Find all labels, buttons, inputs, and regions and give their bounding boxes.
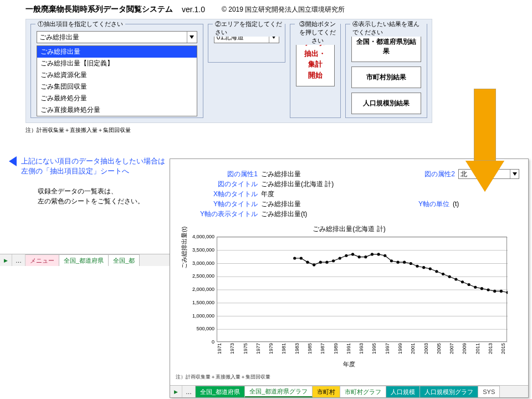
list-item[interactable]: ごみ経費（歳入） <box>37 116 197 116</box>
svg-point-29 <box>422 266 425 269</box>
meta-label: 図の属性1 <box>183 170 261 179</box>
attr2-value: 北 <box>459 170 510 179</box>
tab-national-pref[interactable]: 全国_都道府県 <box>196 386 245 397</box>
meta-value: ごみ総排出量 <box>261 200 372 209</box>
item-combobox-value: ごみ総排出量 <box>37 33 187 42</box>
panel-legend: ④表示したい結果を選んでください <box>350 20 427 37</box>
chart-xtick: 1991 <box>346 343 351 354</box>
panel-select-item: ①抽出項目を指定してください ごみ総排出量 ごみ総排出量 ごみ総排出量【旧定義】… <box>30 24 203 118</box>
svg-point-21 <box>371 253 374 255</box>
svg-point-36 <box>468 283 470 286</box>
chart-xtick: 2005 <box>436 343 442 354</box>
svg-point-15 <box>332 259 335 262</box>
app-name: 一般廃棄物長期時系列データ閲覧システム <box>25 4 173 14</box>
control-stage: ①抽出項目を指定してください ごみ総排出量 ごみ総排出量 ごみ総排出量【旧定義】… <box>25 19 432 123</box>
svg-point-23 <box>383 254 386 257</box>
svg-point-25 <box>396 261 399 264</box>
chart-ytick: 4,000,000 <box>183 234 214 239</box>
svg-point-28 <box>416 265 418 268</box>
meta-label: Y軸の単位 <box>372 200 453 209</box>
chart-xtick: 1973 <box>229 343 235 354</box>
svg-point-40 <box>493 290 496 293</box>
list-item[interactable]: ごみ直接最終処分量 <box>37 104 197 116</box>
chart-series <box>217 237 508 342</box>
chart-xtick: 1993 <box>359 343 364 354</box>
chart-xtick: 2009 <box>462 343 467 354</box>
list-item[interactable]: ごみ集団回収量 <box>37 81 197 93</box>
svg-point-14 <box>325 261 328 264</box>
sheet-tabs-front: ▶ … 全国_都道府県 全国_都道府県グラフ 市町村 市町村グラフ 人口規模 人… <box>170 385 528 397</box>
footnote: 注）計画収集量＋直接搬入量＋集団回収量 <box>176 374 270 381</box>
chart-xlabel: 年度 <box>180 360 518 369</box>
chart-ytick: 1,500,000 <box>183 300 214 305</box>
svg-point-37 <box>474 286 477 289</box>
tab-national-2[interactable]: 全国_都 <box>109 254 140 266</box>
chevron-down-icon[interactable] <box>510 170 519 178</box>
meta-value: ごみ総排出量(北海道 計) <box>261 180 372 189</box>
svg-point-26 <box>403 261 406 264</box>
meta-label: X軸のタイトル <box>183 190 261 199</box>
meta-value: 年度 <box>261 190 372 199</box>
svg-point-30 <box>429 267 432 270</box>
tab-nav[interactable]: ▶ <box>170 386 182 397</box>
tab-overflow[interactable]: … <box>12 254 25 266</box>
svg-point-9 <box>293 257 296 259</box>
chart-window: 図の属性1 ごみ総排出量 図の属性2 北 図のタイトル ごみ総排出量(北海道 計… <box>170 158 529 398</box>
chart-xtick: 2015 <box>500 343 506 354</box>
tab-population[interactable]: 人口規模 <box>386 386 420 397</box>
footnote: 注）計画収集量＋直接搬入量＋集団回収量 <box>25 126 432 134</box>
title-bar: 一般廃棄物長期時系列データ閲覧システム ver.1.0 © 2019 国立研究開… <box>0 0 449 16</box>
tab-municipal[interactable]: 市町村 <box>313 386 340 397</box>
chart-xtick: 1995 <box>371 343 377 354</box>
meta-value: (t) <box>453 200 519 208</box>
svg-point-41 <box>500 290 503 293</box>
chart-xtick: 2011 <box>475 343 480 354</box>
svg-point-39 <box>487 288 489 291</box>
chart-ytick: 3,000,000 <box>183 260 214 266</box>
panel-select-area: ②エリアを指定してください 01北海道 <box>208 24 285 63</box>
chart-xtick: 1997 <box>385 343 390 354</box>
panel-start: ③開始ボタンを押してください データ 抽出・ 集計 開始 <box>290 24 341 118</box>
list-item[interactable]: ごみ総排出量 <box>37 46 197 58</box>
chevron-down-icon[interactable] <box>187 32 197 43</box>
result-municipal-button[interactable]: 市町村別結果 <box>351 66 421 88</box>
item-listbox[interactable]: ごみ総排出量 ごみ総排出量【旧定義】 ごみ総資源化量 ごみ集団回収量 ごみ最終処… <box>37 45 197 116</box>
svg-point-11 <box>306 261 309 264</box>
svg-point-42 <box>506 291 508 294</box>
tab-population-graph[interactable]: 人口規模別グラフ <box>420 386 478 397</box>
panel-legend: ②エリアを指定してください <box>213 20 285 37</box>
svg-point-34 <box>454 278 457 280</box>
chart-ytick: 500,000 <box>183 326 214 331</box>
list-item[interactable]: ごみ最終処分量 <box>37 93 197 104</box>
chart-ytick: 1,000,000 <box>183 313 214 319</box>
chart-title: ごみ総排出量(北海道 計) <box>180 224 518 234</box>
tab-overflow[interactable]: … <box>182 386 196 397</box>
list-item[interactable]: ごみ総資源化量 <box>37 69 197 81</box>
chart-xtick: 1985 <box>307 343 313 354</box>
svg-point-38 <box>480 287 483 290</box>
tab-menu[interactable]: メニュー <box>25 254 59 266</box>
tab-national[interactable]: 全国_都道府県 <box>59 254 109 266</box>
svg-point-33 <box>448 275 451 278</box>
chart-xtick: 2001 <box>410 343 416 354</box>
hint-link[interactable]: 上記にない項目のデータ抽出をしたい場合は 左側の「抽出項目設定」シートへ <box>9 154 170 178</box>
svg-point-24 <box>390 259 393 262</box>
chart-xtick: 1989 <box>333 343 339 354</box>
meta-value: ごみ総排出量 <box>261 170 372 179</box>
attr2-combobox[interactable]: 北 <box>458 169 519 179</box>
list-item[interactable]: ごみ総排出量【旧定義】 <box>37 58 197 69</box>
chart-xtick: 2013 <box>488 343 493 354</box>
svg-point-17 <box>345 254 347 257</box>
chart-meta: 図の属性1 ごみ総排出量 図の属性2 北 図のタイトル ごみ総排出量(北海道 計… <box>183 169 519 219</box>
tab-sys[interactable]: SYS <box>478 386 500 397</box>
meta-value: ごみ総排出量(t) <box>261 209 372 219</box>
tab-national-pref-graph[interactable]: 全国_都道府県グラフ <box>245 386 313 397</box>
tab-nav[interactable]: ▶ <box>0 254 12 266</box>
chart-plot-area <box>217 237 507 342</box>
svg-point-22 <box>377 253 380 255</box>
chart-xtick: 2003 <box>423 343 429 354</box>
item-combobox[interactable]: ごみ総排出量 <box>37 31 197 43</box>
result-population-button[interactable]: 人口規模別結果 <box>351 93 421 114</box>
tab-municipal-graph[interactable]: 市町村グラフ <box>340 386 386 397</box>
chart-ytick: 3,500,000 <box>183 247 214 253</box>
